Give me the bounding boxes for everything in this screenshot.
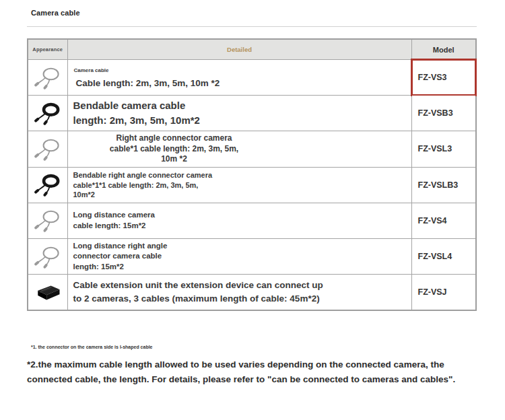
table-header: Appearance Detailed Model (28, 39, 476, 60)
footnote-1: *1. the connector on the camera side is … (31, 345, 505, 349)
detail-text: Camera cableCable length: 2m, 3m, 5m, 10… (73, 67, 407, 88)
table-row: Long distance cameracable length: 15m*2 … (28, 203, 476, 238)
detail-line: to 2 cameras, 3 cables (maximum length o… (73, 292, 407, 306)
footnote-2: *2.the maximum cable length allowed to b… (27, 357, 505, 387)
detail-cell: Camera cableCable length: 2m, 3m, 5m, 10… (67, 60, 411, 96)
detail-line: connector camera cable (73, 251, 407, 262)
detail-cell: Long distance right angleconnector camer… (67, 238, 411, 275)
table-row: Bendable right angle connector cameracab… (28, 167, 476, 203)
table-header-row: Appearance Detailed Model (28, 39, 476, 60)
model-label: FZ-VSL3 (418, 144, 452, 153)
cable-extension-unit-box-icon (32, 280, 63, 305)
long-distance-right-angle-cable-coil-icon (32, 244, 63, 269)
model-label: FZ-VSB3 (418, 108, 453, 118)
footnote-2-line: *2.the maximum cable length allowed to b… (27, 357, 505, 372)
appearance-cell (28, 238, 67, 275)
detail-text: Bendable camera cablelength: 2m, 3m, 5m,… (73, 98, 407, 128)
detail-line: cable length: 15m*2 (73, 221, 407, 232)
model-label: FZ-VS3 (418, 73, 447, 82)
header-model: Model (411, 39, 476, 60)
header-appearance: Appearance (28, 39, 67, 60)
detail-line: length: 2m, 3m, 5m, 10m*2 (73, 113, 407, 128)
detail-text: Cable extension unit the extension devic… (73, 279, 407, 306)
detail-text: Long distance cameracable length: 15m*2 (73, 210, 407, 231)
table-row: Cable extension unit the extension devic… (28, 275, 476, 310)
footnote-2-line: connected cable, the length. For details… (27, 372, 505, 387)
detail-cell: Right angle connector cameracable*1 cabl… (67, 131, 411, 168)
detail-cell: Long distance cameracable length: 15m*2 (67, 203, 411, 238)
model-cell: FZ-VSL3 (411, 131, 476, 168)
table-row: Long distance right angleconnector camer… (28, 238, 476, 275)
detail-line: cable*1 cable length: 2m, 3m, 5m, (73, 144, 275, 155)
model-cell: FZ-VSB3 (411, 96, 476, 131)
page: Camera cable Appearance Detailed Model C… (0, 0, 505, 387)
detail-line: 10m*2 (73, 190, 407, 199)
model-label: FZ-VS4 (418, 216, 447, 225)
appearance-cell (28, 275, 67, 310)
detail-line: 10m *2 (73, 154, 275, 165)
detail-text: Right angle connector cameracable*1 cabl… (73, 133, 275, 165)
appearance-cell (28, 96, 67, 131)
detail-line: Cable extension unit the extension devic… (73, 279, 407, 292)
detail-line: Right angle connector camera (73, 133, 275, 144)
detail-line: length: 15m*2 (73, 262, 407, 273)
detail-line: cable*1*1 cable length: 2m, 3m, 5m, (73, 180, 407, 190)
appearance-cell (28, 131, 67, 168)
detail-line: Bendable camera cable (73, 98, 407, 113)
table-body: Camera cableCable length: 2m, 3m, 5m, 10… (28, 60, 476, 310)
appearance-cell (28, 167, 67, 203)
bendable-camera-cable-coil-icon (32, 101, 63, 126)
bendable-right-angle-connector-cable-coil-icon (32, 172, 63, 197)
table-row: Camera cableCable length: 2m, 3m, 5m, 10… (28, 60, 476, 96)
detail-cell: Cable extension unit the extension devic… (67, 275, 411, 310)
detail-text: Bendable right angle connector cameracab… (73, 170, 407, 199)
model-label: FZ-VSJ (418, 287, 447, 297)
table-row: Bendable camera cablelength: 2m, 3m, 5m,… (28, 96, 476, 131)
long-distance-cable-coil-icon (32, 208, 63, 233)
model-cell: FZ-VSJ (411, 275, 476, 310)
model-cell: FZ-VS4 (411, 203, 476, 238)
camera-cable-table: Appearance Detailed Model Camera cableCa… (27, 38, 477, 311)
detail-small-label: Camera cable (74, 67, 407, 73)
right-angle-connector-cable-coil-icon (32, 137, 63, 162)
appearance-cell (28, 60, 67, 96)
detail-line: Long distance camera (73, 210, 407, 221)
model-cell: FZ-VS3 (411, 60, 476, 96)
detail-line: Cable length: 2m, 3m, 5m, 10m *2 (76, 78, 407, 88)
table-row: Right angle connector cameracable*1 cabl… (28, 131, 476, 168)
detail-cell: Bendable camera cablelength: 2m, 3m, 5m,… (67, 96, 411, 131)
camera-cable-coil-icon (32, 65, 63, 90)
detail-line: Bendable right angle connector camera (73, 170, 407, 180)
model-label: FZ-VSLB3 (418, 180, 459, 190)
title-divider (27, 26, 477, 27)
model-label: FZ-VSL4 (418, 252, 452, 261)
detail-cell: Bendable right angle connector cameracab… (67, 167, 411, 203)
header-detailed: Detailed (67, 39, 411, 60)
detail-text: Long distance right angleconnector camer… (73, 241, 407, 273)
model-cell: FZ-VSL4 (411, 238, 476, 275)
model-cell: FZ-VSLB3 (411, 167, 476, 203)
appearance-cell (28, 203, 67, 238)
detail-line: Long distance right angle (73, 241, 407, 252)
page-title: Camera cable (31, 9, 505, 17)
